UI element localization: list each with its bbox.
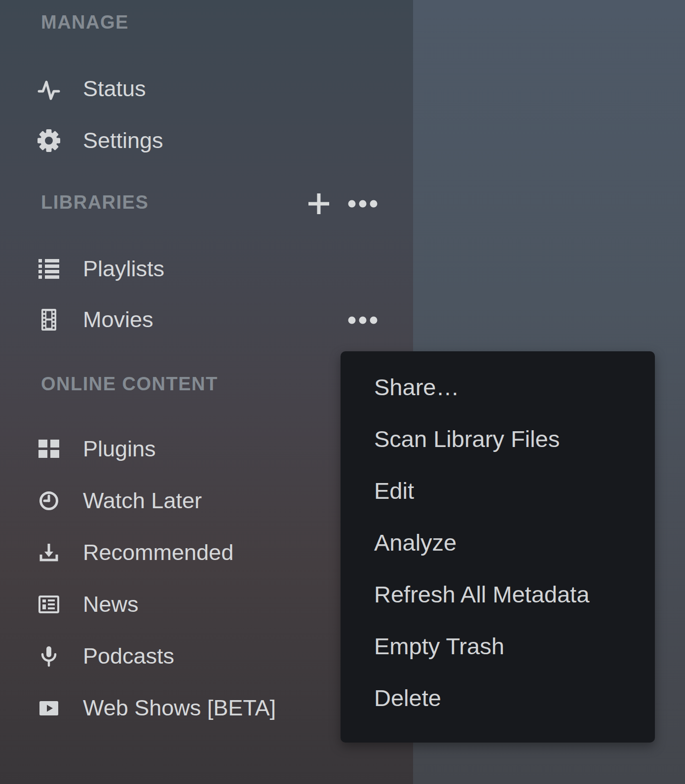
sidebar-item-label: Status [83,63,146,114]
menu-item-edit[interactable]: Edit [341,465,655,517]
menu-item-refresh-all-metadata[interactable]: Refresh All Metadata [341,568,655,620]
libraries-more-button[interactable] [345,192,381,216]
sidebar-item-label: Movies [83,294,153,345]
library-context-menu: Share… Scan Library Files Edit Analyze R… [341,351,655,743]
sidebar-item-label: Web Shows [BETA] [83,682,276,734]
microphone-icon [38,645,60,668]
sidebar-item-label: Playlists [83,243,164,295]
sidebar-item-label: News [83,579,139,630]
sidebar-item-label: Watch Later [83,475,202,526]
ellipsis-icon [345,308,381,332]
add-library-button[interactable] [307,192,331,216]
movies-more-button[interactable] [345,308,381,332]
plex-sidebar-screen: MANAGE Status Settings [0,0,685,784]
menu-item-empty-trash[interactable]: Empty Trash [341,620,655,672]
menu-item-scan-library-files[interactable]: Scan Library Files [341,413,655,465]
menu-item-analyze[interactable]: Analyze [341,517,655,568]
play-video-icon [38,697,60,719]
download-icon [38,541,60,564]
sidebar-item-label: Recommended [83,527,233,578]
playlist-icon [38,258,60,280]
sidebar-item-playlists[interactable]: Playlists [0,243,413,295]
grid-icon [38,438,60,460]
newspaper-icon [38,593,60,616]
section-header-libraries: LIBRARIES [41,189,149,215]
section-header-online-content: ONLINE CONTENT [41,371,218,397]
section-header-manage: MANAGE [41,9,129,35]
ellipsis-icon [345,192,381,216]
sidebar-item-label: Podcasts [83,631,174,682]
activity-icon [38,77,60,100]
menu-item-delete[interactable]: Delete [341,672,655,724]
sidebar-item-status[interactable]: Status [0,63,413,114]
sidebar-item-label: Settings [83,115,163,166]
clock-icon [38,489,60,512]
gear-icon [38,129,60,152]
film-icon [38,308,60,331]
menu-item-share[interactable]: Share… [341,361,655,413]
plus-icon [307,192,331,216]
sidebar-item-label: Plugins [83,423,156,475]
sidebar-item-settings[interactable]: Settings [0,115,413,166]
